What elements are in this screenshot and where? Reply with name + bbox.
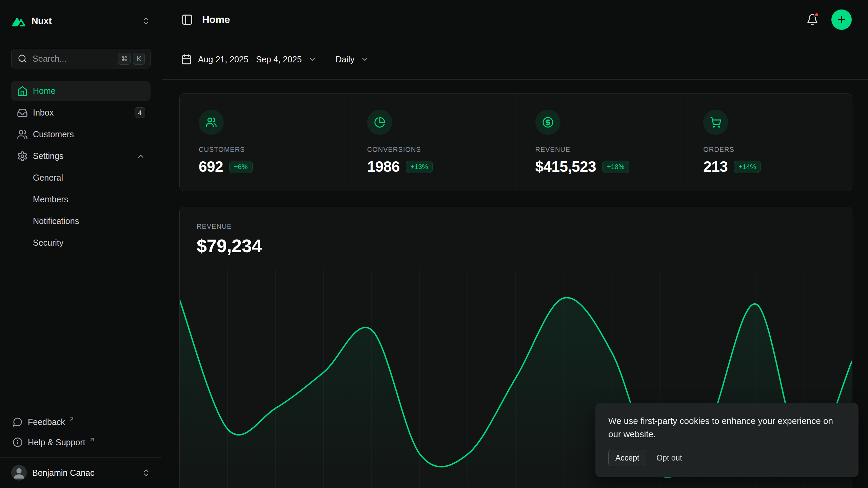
sub-label-security: Security — [33, 238, 63, 248]
date-range-picker[interactable]: Aug 21, 2025 - Sep 4, 2025 — [181, 54, 317, 65]
cookie-banner: We use first-party cookies to enhance yo… — [595, 403, 859, 477]
stat-card-conversions[interactable]: CONVERSIONS 1986 +13% — [348, 94, 516, 191]
filters-toolbar: Aug 21, 2025 - Sep 4, 2025 Daily — [162, 39, 868, 80]
workspace-row: Nuxt — [11, 10, 151, 32]
workspace-switcher[interactable]: Nuxt — [11, 16, 52, 26]
notification-dot — [814, 12, 819, 17]
chevron-down-icon — [360, 55, 369, 64]
kbd-meta-key: ⌘ — [118, 53, 131, 65]
stat-card-orders[interactable]: ORDERS 213 +14% — [684, 94, 852, 191]
sub-label-general: General — [33, 173, 63, 183]
info-circle-icon — [13, 437, 23, 447]
stat-label: CUSTOMERS — [199, 146, 329, 154]
nav-label-settings: Settings — [33, 151, 63, 161]
external-link-icon — [89, 436, 95, 442]
stat-value: $415,523 — [535, 158, 596, 175]
chevrons-up-down-icon — [142, 468, 151, 477]
stat-card-revenue[interactable]: REVENUE $415,523 +18% — [516, 94, 684, 191]
nav-label-customers: Customers — [33, 129, 74, 139]
nuxt-logo-icon — [11, 16, 26, 26]
sidebar-item-notifications[interactable]: Notifications — [11, 211, 151, 231]
users-icon — [17, 129, 28, 140]
feedback-label: Feedback — [28, 417, 65, 427]
plus-icon — [836, 14, 847, 25]
kbd-k-key: K — [133, 53, 145, 65]
stat-delta-badge: +14% — [734, 161, 761, 173]
add-button[interactable] — [831, 9, 852, 30]
page-header: Home — [162, 0, 868, 39]
message-bubble-icon — [13, 417, 23, 427]
stat-label: ORDERS — [703, 146, 833, 154]
sidebar-footer-links: Feedback Help & Support — [11, 413, 151, 457]
sidebar-item-feedback[interactable]: Feedback — [11, 413, 151, 431]
sidebar-item-help-support[interactable]: Help & Support — [11, 433, 151, 451]
sidebar-item-security[interactable]: Security — [11, 233, 151, 252]
search-input[interactable]: Search... ⌘ K — [11, 49, 151, 68]
stat-value: 692 — [199, 158, 223, 175]
sub-label-notifications: Notifications — [33, 216, 79, 226]
stat-delta-badge: +13% — [406, 161, 433, 173]
user-name: Benjamin Canac — [32, 468, 94, 478]
date-range-label: Aug 21, 2025 - Sep 4, 2025 — [198, 55, 302, 64]
sidebar-item-customers[interactable]: Customers — [11, 125, 151, 144]
chevron-down-icon — [308, 55, 317, 64]
sidebar-item-members[interactable]: Members — [11, 190, 151, 209]
brand-name: Nuxt — [32, 16, 52, 26]
circle-dollar-icon — [535, 110, 560, 135]
stat-label: CONVERSIONS — [367, 146, 497, 154]
sidebar-user-section: Benjamin Canac — [0, 457, 162, 488]
stat-card-customers[interactable]: CUSTOMERS 692 +6% — [180, 94, 348, 191]
external-link-icon — [69, 416, 75, 422]
pie-chart-icon — [367, 110, 392, 135]
stat-delta-badge: +6% — [229, 161, 253, 173]
gear-icon — [17, 151, 28, 162]
sidebar-item-home[interactable]: Home — [11, 81, 151, 101]
stat-value: 1986 — [367, 158, 400, 175]
inbox-icon — [17, 107, 28, 118]
search-icon — [18, 54, 27, 63]
sub-label-members: Members — [33, 195, 68, 204]
cookie-optout-button[interactable]: Opt out — [651, 450, 687, 466]
user-menu[interactable]: Benjamin Canac — [11, 462, 151, 483]
chevron-up-icon — [136, 152, 145, 161]
stat-value: 213 — [703, 158, 728, 175]
search-kbd-group: ⌘ K — [118, 53, 145, 65]
chevrons-up-down-icon — [142, 17, 151, 25]
revenue-card-label: REVENUE — [180, 223, 852, 230]
nav-label-inbox: Inbox — [33, 108, 54, 118]
users-icon — [199, 110, 224, 135]
granularity-select[interactable]: Daily — [336, 55, 370, 64]
inbox-count-badge: 4 — [135, 107, 145, 118]
sidebar-toggle-button[interactable] — [181, 14, 193, 26]
nav-label-home: Home — [33, 86, 56, 96]
cookie-accept-button[interactable]: Accept — [608, 450, 646, 466]
stat-label: REVENUE — [535, 146, 665, 154]
stats-row: CUSTOMERS 692 +6% CONVERSIONS 1986 +13% — [179, 93, 852, 191]
stat-delta-badge: +18% — [602, 161, 629, 173]
search-placeholder: Search... — [33, 54, 66, 64]
calendar-icon — [181, 54, 192, 65]
workspace-expand-button[interactable] — [142, 17, 151, 25]
sidebar-nav: Home Inbox 4 Customers Settings — [11, 81, 151, 252]
home-icon — [17, 86, 28, 97]
sidebar-spacer — [11, 252, 151, 413]
user-avatar — [11, 465, 27, 481]
sidebar-item-general[interactable]: General — [11, 168, 151, 187]
panel-left-icon — [181, 14, 193, 26]
granularity-label: Daily — [336, 55, 355, 64]
sidebar-item-inbox[interactable]: Inbox 4 — [11, 103, 151, 122]
cookie-message: We use first-party cookies to enhance yo… — [608, 414, 845, 441]
sidebar-item-settings[interactable]: Settings — [11, 146, 151, 166]
shopping-cart-icon — [703, 110, 728, 135]
revenue-card-value: $79,234 — [180, 235, 852, 256]
help-support-label: Help & Support — [28, 438, 85, 447]
sidebar: Nuxt Search... ⌘ K Home — [0, 0, 162, 488]
notifications-button[interactable] — [806, 14, 818, 26]
cookie-actions: Accept Opt out — [608, 450, 845, 466]
page-title: Home — [202, 14, 230, 25]
